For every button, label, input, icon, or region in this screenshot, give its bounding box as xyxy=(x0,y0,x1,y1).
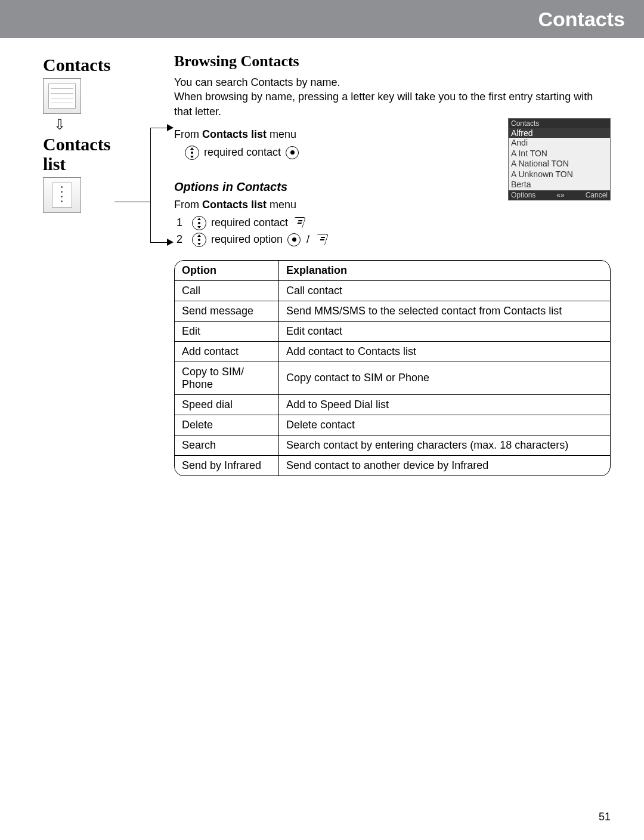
td-explanation: Search contact by entering characters (m… xyxy=(279,435,611,455)
table-row: Speed dialAdd to Speed Dial list xyxy=(175,394,610,415)
softkey-right: Cancel xyxy=(586,191,608,199)
phone-titlebar: Contacts xyxy=(509,119,610,128)
section-heading: Browsing Contacts xyxy=(174,52,611,70)
td-explanation: Call contact xyxy=(279,280,611,301)
phone-item: A Unknown TON xyxy=(509,169,610,180)
main-content: Browsing Contacts You can search Contact… xyxy=(174,52,611,476)
td-option: Send by Infrared xyxy=(175,455,279,475)
td-explanation: Copy contact to SIM or Phone xyxy=(279,362,611,394)
from-line-2: From Contacts list menu xyxy=(174,199,611,211)
phone-item: Berta xyxy=(509,180,610,190)
td-option: Send message xyxy=(175,301,279,321)
table-row: Send by InfraredSend contact to another … xyxy=(175,455,610,475)
intro-sentence-1: You can search Contacts by name. xyxy=(174,76,340,88)
softkey-icon xyxy=(291,217,306,228)
from2-prefix: From xyxy=(174,199,202,211)
down-arrow-icon: ⇩ xyxy=(43,116,150,133)
table-row: Copy to SIM/ PhoneCopy contact to SIM or… xyxy=(175,362,610,394)
table-row: Add contactAdd contact to Contacts list xyxy=(175,341,610,362)
td-explanation: Add to Speed Dial list xyxy=(279,394,611,415)
sidebar-subtitle-line2: list xyxy=(43,154,66,174)
step-text: required option xyxy=(211,233,283,246)
sidebar: Contacts ⇩ Contacts list xyxy=(43,52,150,476)
table-row: SearchSearch contact by entering charact… xyxy=(175,435,610,455)
td-option: Edit xyxy=(175,321,279,341)
td-explanation: Send contact to another device by Infrar… xyxy=(279,455,611,475)
options-table: Option Explanation CallCall contact Send… xyxy=(174,260,611,476)
page-banner: Contacts xyxy=(0,0,644,38)
addressbook-icon xyxy=(43,78,81,114)
phone-softkey-bar: Options «» Cancel xyxy=(509,190,610,200)
table-row: DeleteDelete contact xyxy=(175,415,610,435)
separator-slash: / xyxy=(305,233,311,246)
th-option: Option xyxy=(175,261,279,281)
softkey-icon xyxy=(314,234,329,245)
select-key-icon xyxy=(286,146,299,159)
sidebar-subtitle-line1: Contacts xyxy=(43,134,110,154)
td-option: Search xyxy=(175,435,279,455)
page-number: 51 xyxy=(599,811,611,823)
softkey-middle: «» xyxy=(556,191,564,199)
from1-prefix: From xyxy=(174,128,202,140)
phone-item: Andi xyxy=(509,138,610,149)
banner-title: Contacts xyxy=(538,8,625,31)
phone-item-selected: Alfred xyxy=(509,128,610,138)
from1-bold: Contacts list xyxy=(202,128,267,140)
intro-paragraph: You can search Contacts by name. When br… xyxy=(174,75,611,119)
step-number: 2 xyxy=(177,233,187,246)
step-text: required contact xyxy=(204,146,281,159)
td-explanation: Send MMS/SMS to the selected contact fro… xyxy=(279,301,611,321)
softkey-left: Options xyxy=(511,191,535,199)
nav-key-icon xyxy=(192,233,206,247)
nav-key-icon xyxy=(192,216,206,230)
th-explanation: Explanation xyxy=(279,261,611,281)
select-key-icon xyxy=(287,233,301,246)
td-option: Delete xyxy=(175,415,279,435)
sidebar-subtitle: Contacts list xyxy=(43,134,150,174)
td-option: Add contact xyxy=(175,341,279,362)
from2-suffix: menu xyxy=(267,199,296,211)
step-row-1: 1 required contact xyxy=(177,216,611,230)
step-number: 1 xyxy=(177,217,187,229)
step-row-2: 2 required option / xyxy=(177,233,611,247)
step-text: required contact xyxy=(211,217,288,229)
td-explanation: Edit contact xyxy=(279,321,611,341)
td-option: Copy to SIM/ Phone xyxy=(175,362,279,394)
td-option: Call xyxy=(175,280,279,301)
td-explanation: Delete contact xyxy=(279,415,611,435)
page-body: Contacts ⇩ Contacts list Browsing Contac… xyxy=(0,38,644,476)
from1-suffix: menu xyxy=(267,128,296,140)
connector-lines xyxy=(150,52,174,476)
nav-key-icon xyxy=(185,146,199,160)
phone-screenshot: Contacts Alfred Andi A Int TON A Nationa… xyxy=(508,118,611,200)
table-row: CallCall contact xyxy=(175,280,610,301)
phone-item: A National TON xyxy=(509,159,610,169)
td-option: Speed dial xyxy=(175,394,279,415)
arrow-right-icon xyxy=(167,239,174,246)
sidebar-title: Contacts xyxy=(43,55,150,75)
td-explanation: Add contact to Contacts list xyxy=(279,341,611,362)
from2-bold: Contacts list xyxy=(202,199,267,211)
table-header-row: Option Explanation xyxy=(175,261,610,281)
intro-sentence-2: When browsing by name, pressing a letter… xyxy=(174,91,593,117)
table-row: Send messageSend MMS/SMS to the selected… xyxy=(175,301,610,321)
table-row: EditEdit contact xyxy=(175,321,610,341)
arrow-right-icon xyxy=(167,124,174,131)
phone-item: A Int TON xyxy=(509,149,610,159)
notepad-icon xyxy=(43,177,81,213)
